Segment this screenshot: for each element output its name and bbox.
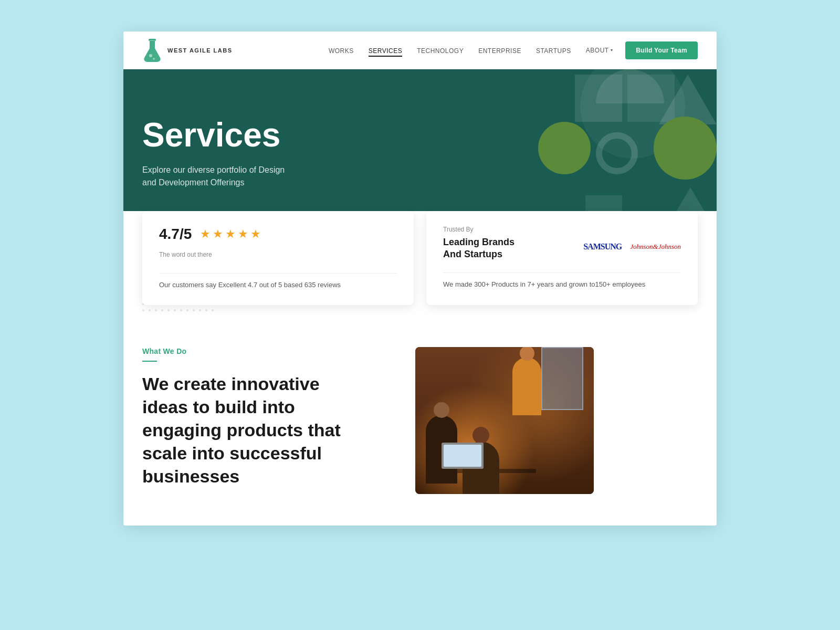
team-image <box>415 347 594 494</box>
rating-description: Our customers say Excellent 4.7 out of 5… <box>159 280 397 290</box>
logo-area: WEST AGILE LABS <box>142 38 233 63</box>
nav-item-startups[interactable]: STARTUPS <box>536 46 571 55</box>
dot <box>174 309 176 311</box>
nav-item-works[interactable]: WORKS <box>329 46 354 55</box>
stats-section: 4.7/5 ★ ★ ★ ★ ★ The word out there Our c… <box>123 211 717 326</box>
nav-link-works[interactable]: WORKS <box>329 47 354 55</box>
nav-link-technology[interactable]: TECHNOLOGY <box>417 47 464 55</box>
svg-point-2 <box>153 58 155 60</box>
trusted-card: Trusted By Leading Brands And Startups S… <box>426 211 698 305</box>
trusted-by-label: Trusted By <box>443 226 681 233</box>
dot <box>155 309 157 311</box>
star-5: ★ <box>250 227 261 241</box>
build-team-button[interactable]: Build Your Team <box>625 41 698 59</box>
laptop-screen <box>444 445 481 467</box>
page-wrapper: WEST AGILE LABS WORKS SERVICES TECHNOLOG… <box>123 32 717 526</box>
what-we-do-label: What We Do <box>142 347 394 355</box>
card-divider-2 <box>443 272 681 273</box>
dot <box>199 309 201 311</box>
dot <box>161 309 163 311</box>
dot-row <box>142 309 214 311</box>
trusted-title: Leading Brands And Startups <box>443 236 514 261</box>
dot <box>193 309 195 311</box>
rating-number: 4.7/5 <box>159 226 192 243</box>
what-heading: We create innovative ideas to build into… <box>142 372 394 488</box>
card-divider <box>159 273 397 274</box>
what-left: What We Do We create innovative ideas to… <box>142 347 394 488</box>
person-silhouette-3 <box>512 358 541 415</box>
nav-link-startups[interactable]: STARTUPS <box>536 47 571 55</box>
star-4: ★ <box>238 227 248 241</box>
nav-item-technology[interactable]: TECHNOLOGY <box>417 46 464 55</box>
star-2: ★ <box>213 227 223 241</box>
window-shape <box>541 347 583 410</box>
dot <box>180 309 182 311</box>
dot <box>167 309 170 311</box>
dot <box>212 309 214 311</box>
what-right <box>415 347 594 494</box>
logo-text: WEST AGILE LABS <box>167 47 233 54</box>
caret-icon: ▾ <box>611 48 613 52</box>
shape-circle-olive-1 <box>538 122 591 174</box>
nav-link-enterprise[interactable]: ENTERPRISE <box>478 47 521 55</box>
navbar: WEST AGILE LABS WORKS SERVICES TECHNOLOG… <box>123 32 717 69</box>
hero-title: Services <box>142 118 285 153</box>
shape-circle-olive-2 <box>654 117 717 180</box>
dot <box>205 309 207 311</box>
trusted-description: We made 300+ Products in 7+ years and gr… <box>443 279 681 290</box>
nav-link-services[interactable]: SERVICES <box>369 47 402 57</box>
nav-item-enterprise[interactable]: ENTERPRISE <box>478 46 521 55</box>
hero-content: Services Explore our diverse portfolio o… <box>142 118 285 188</box>
rating-top: 4.7/5 ★ ★ ★ ★ ★ <box>159 226 397 243</box>
logo-icon <box>142 38 162 63</box>
svg-point-1 <box>149 54 152 57</box>
what-we-do-section: What We Do We create innovative ideas to… <box>123 326 717 526</box>
dot <box>149 309 151 311</box>
rating-label: The word out there <box>159 251 397 258</box>
dot <box>186 309 188 311</box>
star-1: ★ <box>200 227 211 241</box>
trusted-logos: SAMSUNG Johnson&Johnson <box>583 242 681 251</box>
rating-card: 4.7/5 ★ ★ ★ ★ ★ The word out there Our c… <box>142 211 414 305</box>
nav-item-about[interactable]: ABOUT ▾ <box>586 47 613 54</box>
nav-item-services[interactable]: SERVICES <box>369 46 402 55</box>
laptop-shape <box>442 443 484 469</box>
stars: ★ ★ ★ ★ ★ <box>200 227 261 241</box>
star-3: ★ <box>225 227 236 241</box>
label-underline <box>142 361 157 362</box>
samsung-logo: SAMSUNG <box>583 242 622 251</box>
nav-links: WORKS SERVICES TECHNOLOGY ENTERPRISE STA… <box>329 46 613 55</box>
johnson-logo: Johnson&Johnson <box>630 243 681 251</box>
nav-link-about[interactable]: ABOUT ▾ <box>586 47 613 54</box>
hero-subtitle: Explore our diverse portfolio of Design … <box>142 164 285 189</box>
dot <box>142 309 144 311</box>
stats-cards: 4.7/5 ★ ★ ★ ★ ★ The word out there Our c… <box>142 211 698 305</box>
shape-circle-outline <box>596 132 638 174</box>
